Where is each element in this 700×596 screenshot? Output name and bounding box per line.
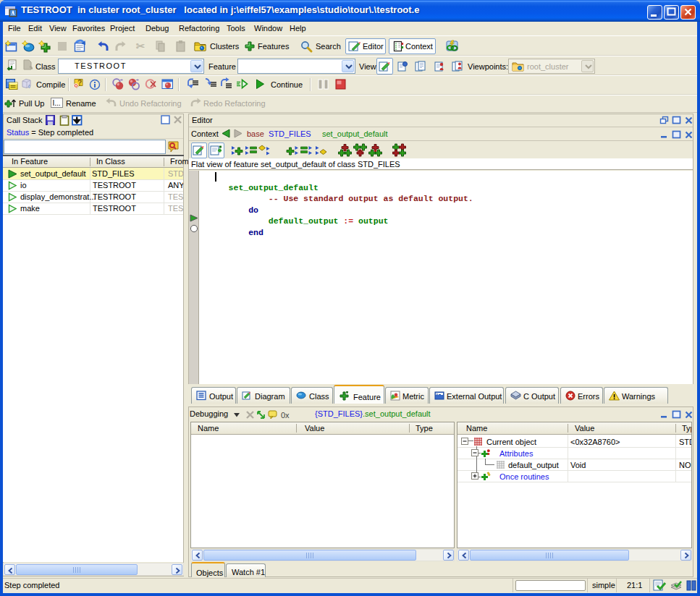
- svg-text:I...: I...: [53, 99, 61, 107]
